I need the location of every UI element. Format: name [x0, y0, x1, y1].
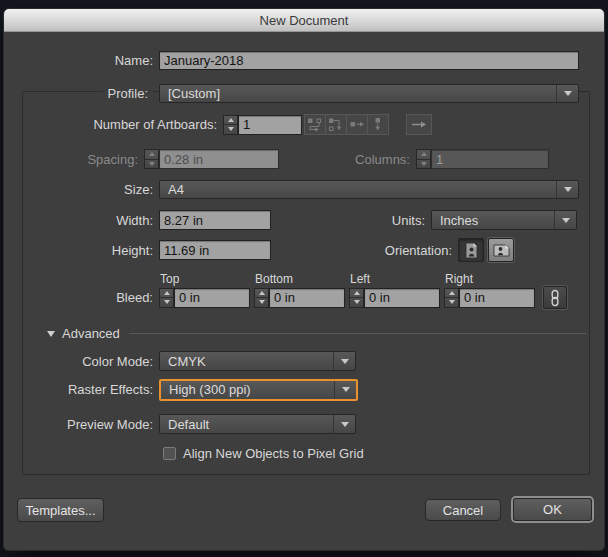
stepper-down-icon: [255, 297, 268, 307]
columns-label: Columns:: [355, 152, 416, 167]
arrange-by-row-icon: [349, 117, 365, 132]
color-mode-label: Color Mode:: [4, 354, 159, 369]
arrange-by-column-button[interactable]: [367, 114, 389, 135]
stepper-up-icon: [445, 289, 458, 298]
stepper-up-icon: [417, 150, 430, 159]
preview-mode-label: Preview Mode:: [4, 417, 159, 432]
raster-effects-dropdown[interactable]: High (300 ppi): [159, 379, 358, 401]
orientation-landscape-button[interactable]: [488, 238, 514, 262]
bleed-top-stepper[interactable]: [159, 288, 174, 308]
bleed-right-header: Right: [444, 272, 539, 286]
new-document-dialog: New Document Name: Profile: [Custom] Num…: [3, 8, 605, 551]
stepper-up-icon: [160, 289, 173, 298]
artboards-label: Number of Artboards:: [4, 117, 223, 132]
spacing-input: [159, 149, 279, 169]
name-input[interactable]: [159, 51, 579, 70]
units-label: Units:: [392, 213, 431, 228]
chevron-down-icon: [334, 381, 356, 399]
arrange-by-row-button[interactable]: [346, 114, 368, 135]
artboard-arrange-group: [304, 114, 389, 135]
units-value: Inches: [432, 211, 554, 229]
grid-by-column-button[interactable]: [325, 114, 347, 135]
right-arrow-icon: [411, 117, 427, 132]
arrange-by-column-icon: [370, 117, 386, 132]
stepper-up-icon: [145, 150, 158, 159]
size-value: A4: [160, 181, 556, 198]
stepper-down-icon: [417, 159, 430, 169]
chevron-down-icon: [556, 85, 578, 102]
preview-mode-value: Default: [160, 415, 333, 433]
name-label: Name:: [4, 53, 159, 68]
bleed-top-header: Top: [159, 272, 254, 286]
profile-label: Profile:: [4, 86, 159, 101]
align-pixel-grid-checkbox[interactable]: [163, 447, 176, 460]
link-bleed-values-button[interactable]: [543, 286, 567, 309]
profile-value: [Custom]: [160, 85, 556, 102]
landscape-page-icon: [493, 244, 510, 257]
align-pixel-grid-label: Align New Objects to Pixel Grid: [183, 446, 364, 461]
stepper-down-icon: [145, 159, 158, 169]
chevron-down-icon: [554, 211, 576, 229]
bleed-right-stepper[interactable]: [444, 288, 459, 308]
grid-by-row-button[interactable]: [304, 114, 326, 135]
units-dropdown[interactable]: Inches: [431, 210, 577, 230]
cancel-button[interactable]: Cancel: [425, 499, 501, 521]
chevron-down-icon: [556, 181, 578, 198]
raster-effects-label: Raster Effects:: [4, 382, 159, 397]
color-mode-value: CMYK: [160, 352, 333, 370]
advanced-section-header[interactable]: Advanced: [47, 326, 586, 341]
bleed-bottom-header: Bottom: [254, 272, 349, 286]
chevron-down-icon: [333, 415, 355, 433]
preview-mode-dropdown[interactable]: Default: [159, 414, 356, 434]
portrait-page-icon: [465, 242, 478, 259]
width-input[interactable]: [159, 210, 271, 230]
artboards-input[interactable]: [238, 115, 302, 135]
grid-by-row-icon: [307, 117, 323, 132]
columns-input: [431, 149, 549, 169]
orientation-portrait-button[interactable]: [458, 238, 484, 262]
bleed-label: Bleed:: [4, 290, 159, 305]
width-label: Width:: [4, 213, 159, 228]
spacing-label: Spacing:: [4, 152, 144, 167]
raster-effects-value: High (300 ppi): [161, 381, 334, 399]
stepper-down-icon: [445, 297, 458, 307]
height-input[interactable]: [159, 240, 271, 260]
dialog-titlebar[interactable]: New Document: [4, 9, 604, 32]
advanced-label: Advanced: [62, 326, 120, 341]
color-mode-dropdown[interactable]: CMYK: [159, 351, 356, 371]
stepper-up-icon: [224, 116, 237, 125]
stepper-up-icon: [350, 289, 363, 298]
spacing-stepper: [144, 149, 159, 169]
height-label: Height:: [4, 243, 159, 258]
chevron-down-icon: [333, 352, 355, 370]
bleed-bottom-stepper[interactable]: [254, 288, 269, 308]
columns-stepper: [416, 149, 431, 169]
grid-by-column-icon: [328, 117, 344, 132]
orientation-label: Orientation:: [385, 243, 458, 258]
bleed-left-input[interactable]: [364, 288, 440, 308]
bleed-right-input[interactable]: [459, 288, 535, 308]
dialog-title: New Document: [260, 13, 349, 28]
size-label: Size:: [4, 182, 159, 197]
artboards-stepper[interactable]: [223, 115, 238, 135]
bleed-bottom-input[interactable]: [269, 288, 345, 308]
layout-direction-button[interactable]: [406, 114, 432, 135]
chain-link-icon: [549, 289, 561, 307]
bleed-left-stepper[interactable]: [349, 288, 364, 308]
advanced-divider: [129, 333, 586, 334]
disclosure-triangle-icon: [47, 331, 55, 337]
profile-dropdown[interactable]: [Custom]: [159, 84, 579, 103]
stepper-down-icon: [160, 297, 173, 307]
size-dropdown[interactable]: A4: [159, 180, 579, 199]
bleed-left-header: Left: [349, 272, 444, 286]
templates-button[interactable]: Templates...: [17, 498, 104, 522]
stepper-down-icon: [224, 124, 237, 134]
ok-button[interactable]: OK: [513, 498, 592, 521]
bleed-top-input[interactable]: [174, 288, 250, 308]
stepper-up-icon: [255, 289, 268, 298]
stepper-down-icon: [350, 297, 363, 307]
